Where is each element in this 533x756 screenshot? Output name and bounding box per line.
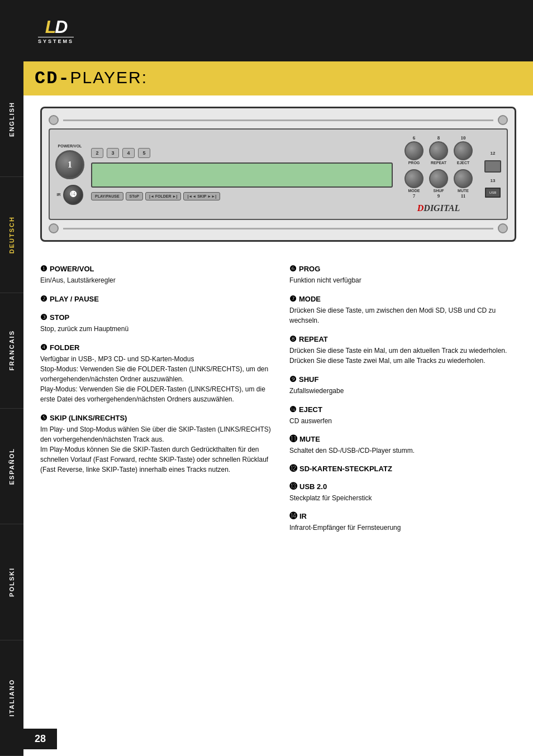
eject-button[interactable] [454, 141, 473, 160]
item-3: ❸ STOP Stop, zurück zum Hauptmenü [40, 313, 273, 334]
page-title: CD-PLAYER: [35, 68, 522, 89]
item-4: ❹ FOLDER Verfügbar in USB-, MP3 CD- und … [40, 343, 273, 404]
device-outer: POWER/VOL 1 IR ⓮ 2 [40, 107, 516, 242]
play-pause-button[interactable]: PLAY/PAUSE [91, 192, 123, 200]
prog-btn-group: 6 PROG [404, 135, 423, 165]
logo-systems: SYSTEMS [38, 37, 74, 44]
skip-button[interactable]: |◄◄ SKIP ►►| [183, 192, 220, 200]
item-12: ⓬ SD-KARTEN-STECKPLATZ [289, 465, 522, 473]
shuf-button[interactable] [429, 169, 448, 188]
sidebar-item-polski[interactable]: POLSKI [0, 524, 23, 640]
left-column: ❶ POWER/VOL Ein/Aus, Lautstärkeregler ❷ … [40, 264, 273, 542]
device-inner: POWER/VOL 1 IR ⓮ 2 [49, 128, 508, 220]
num-btn-2[interactable]: 2 [91, 148, 103, 158]
corner-br [498, 223, 508, 233]
control-buttons: PLAY/PAUSE SToP |◄ FOLDER ►| |◄◄ SKIP ►►… [91, 192, 393, 200]
stop-button[interactable]: SToP [126, 192, 143, 200]
center-area: 2 3 4 5 PLAY/PAUSE SToP |◄ FOLDER ►| |◄◄… [91, 148, 393, 200]
sidebar-item-italiano[interactable]: ITALIANO [0, 640, 23, 756]
power-vol-label: POWER/VOL [58, 144, 82, 148]
eject-btn-group: 10 EJECT [454, 135, 473, 165]
content-section: ❶ POWER/VOL Ein/Aus, Lautstärkeregler ❷ … [23, 253, 533, 553]
num-btn-3[interactable]: 3 [107, 148, 119, 158]
right-column: ❻ PROG Funktion nicht verfügbar ❼ MODE D… [289, 264, 522, 542]
top-bar: LD SYSTEMS [0, 0, 533, 61]
num-btn-4[interactable]: 4 [122, 148, 135, 158]
display-screen [91, 162, 393, 188]
mode-btn-group: MODE 7 [404, 169, 423, 199]
repeat-btn-group: 8 REPEAT [429, 135, 448, 165]
ir-label: IR [57, 193, 61, 197]
sidebar-item-espanol[interactable]: ESPAÑOL [0, 409, 23, 524]
right-panel: 6 PROG 8 REPEAT 10 EJECT [399, 135, 478, 213]
item-5: ❺ SKIP (LINKS/RECHTS) Im Play- und Stop-… [40, 413, 273, 475]
main-content: CD-PLAYER: POWER/VOL 1 IR [23, 61, 533, 553]
language-sidebar: ENGLISH DEUTSCH FRANCAIS ESPAÑOL POLSKI … [0, 61, 23, 756]
num-btn-5[interactable]: 5 [138, 148, 150, 158]
usb-slot: USB [485, 188, 501, 198]
shuf-btn-group: SHUF 9 [429, 169, 448, 199]
corner-tr [498, 115, 508, 125]
device-area: POWER/VOL 1 IR ⓮ 2 [23, 95, 533, 253]
power-knob-area: POWER/VOL 1 IR ⓮ [55, 144, 84, 205]
ir-button[interactable]: ⓮ [63, 185, 83, 205]
digital-logo: DDIGITAL [399, 203, 478, 213]
mute-btn-group: MUTE 11 [454, 169, 473, 199]
item-9: ❾ SHUF Zufallswiedergabe [289, 375, 522, 396]
item-1: ❶ POWER/VOL Ein/Aus, Lautstärkeregler [40, 264, 273, 285]
item-8: ❽ REPEAT Drücken Sie diese Taste ein Mal… [289, 334, 522, 366]
item-6: ❻ PROG Funktion nicht verfügbar [289, 264, 522, 285]
sidebar-item-english[interactable]: ENGLISH [0, 61, 23, 177]
power-knob[interactable]: 1 [55, 150, 84, 179]
cd-header: CD-PLAYER: [23, 61, 533, 95]
item-10: ❿ EJECT CD auswerfen [289, 405, 522, 426]
numbered-buttons: 2 3 4 5 [91, 148, 393, 158]
sidebar-item-deutsch[interactable]: DEUTSCH [0, 177, 23, 293]
item-11: ⓫ MUTE Schaltet den SD-/USB-/CD-Player s… [289, 435, 522, 456]
mute-button[interactable] [454, 169, 473, 188]
corner-bl [49, 223, 59, 233]
item-13: ⓭ USB 2.0 Steckplatz für Speicherstick [289, 482, 522, 503]
item-7: ❼ MODE Drücken Sie diese Taste, um zwisc… [289, 294, 522, 326]
logo-ld: LD [45, 18, 67, 36]
corner-tl [49, 115, 59, 125]
folder-button[interactable]: |◄ FOLDER ►| [145, 192, 181, 200]
sd-slot [484, 160, 501, 173]
sidebar-item-francais[interactable]: FRANCAIS [0, 293, 23, 409]
logo: LD SYSTEMS [34, 8, 78, 53]
slot-area: 12 13 USB [484, 151, 501, 198]
repeat-button[interactable] [429, 141, 448, 160]
prog-button[interactable] [404, 141, 423, 160]
page-number: 28 [23, 729, 57, 749]
item-14: ⓮ IR Infrarot-Empfänger für Fernsteuerun… [289, 512, 522, 533]
mode-button[interactable] [404, 169, 423, 188]
item-2: ❷ PLAY / PAUSE [40, 294, 273, 304]
